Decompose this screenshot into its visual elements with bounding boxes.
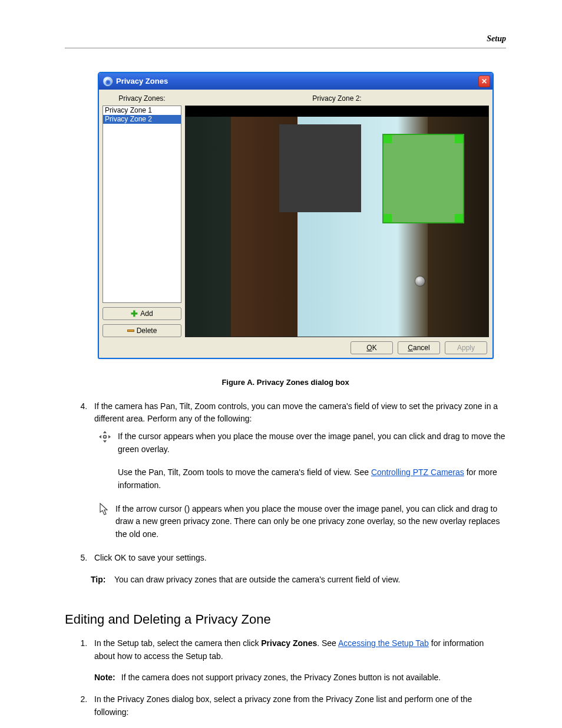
- svg-marker-0: [103, 431, 107, 433]
- zone-list[interactable]: Privacy Zone 1 Privacy Zone 2: [103, 106, 181, 303]
- preview-label: Privacy Zone 2:: [185, 93, 489, 104]
- minus-icon: [127, 330, 134, 332]
- resize-handle-tl[interactable]: [384, 135, 392, 143]
- tip-block: Tip: You can draw privacy zones that are…: [91, 574, 506, 586]
- svg-point-5: [104, 436, 106, 437]
- close-icon[interactable]: ✕: [478, 75, 490, 87]
- plus-icon: ✚: [131, 308, 138, 320]
- resize-handle-bl[interactable]: [384, 214, 392, 222]
- svg-marker-3: [108, 435, 111, 439]
- edit-step-1: In the Setup tab, select the camera then…: [90, 637, 506, 684]
- app-icon: ◉: [103, 77, 113, 86]
- add-button[interactable]: ✚ Add: [103, 307, 181, 320]
- move-cursor-icon: [99, 431, 111, 443]
- page-header-section: Setup: [65, 32, 506, 48]
- cancel-button[interactable]: Cancel: [398, 341, 440, 354]
- video-preview[interactable]: [185, 106, 489, 337]
- privacy-zone-mask-1: [279, 124, 361, 212]
- apply-button: Apply: [445, 341, 487, 354]
- zone-item-2[interactable]: Privacy Zone 2: [103, 115, 181, 124]
- resize-handle-br[interactable]: [455, 214, 463, 222]
- privacy-zones-dialog: ◉ Privacy Zones ✕ Privacy Zones: Privacy…: [98, 72, 494, 359]
- step-5: Click OK to save your settings.: [90, 552, 506, 565]
- delete-button[interactable]: Delete: [103, 324, 181, 337]
- figure-caption: Figure A. Privacy Zones dialog box: [65, 377, 506, 388]
- dialog-titlebar: ◉ Privacy Zones ✕: [99, 73, 492, 90]
- ok-button[interactable]: OK: [351, 341, 393, 354]
- dialog-title: Privacy Zones: [116, 75, 168, 87]
- zone-list-label: Privacy Zones:: [103, 93, 181, 104]
- step-4: If the camera has Pan, Tilt, Zoom contro…: [90, 400, 506, 541]
- zone-item-1[interactable]: Privacy Zone 1: [103, 106, 181, 115]
- ptz-link[interactable]: Controlling PTZ Cameras: [371, 467, 464, 477]
- svg-marker-2: [99, 435, 101, 439]
- section-heading: Editing and Deleting a Privacy Zone: [65, 610, 506, 629]
- svg-marker-1: [103, 440, 107, 443]
- resize-handle-tr[interactable]: [455, 135, 463, 143]
- arrow-cursor-icon: [99, 503, 108, 516]
- setup-tab-link[interactable]: Accessing the Setup Tab: [338, 638, 429, 648]
- privacy-zone-overlay[interactable]: [382, 134, 464, 223]
- edit-step-2: In the Privacy Zones dialog box, select …: [90, 693, 506, 719]
